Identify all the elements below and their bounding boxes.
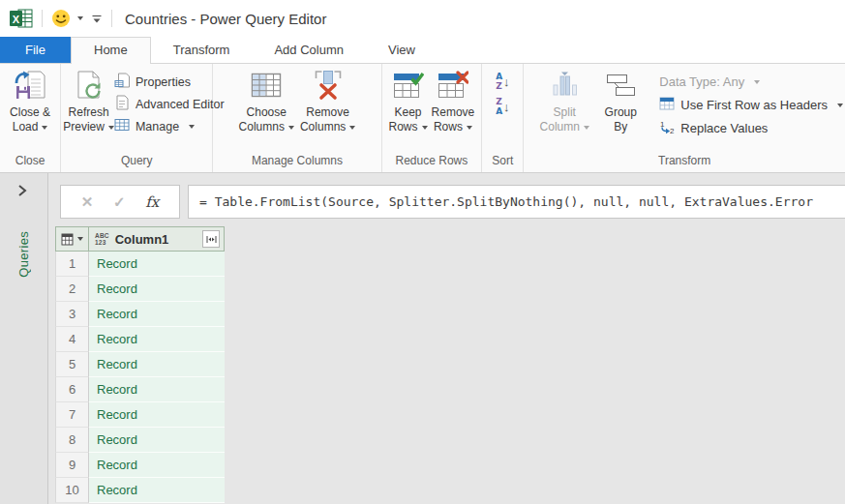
data-type-any-icon: ABC123 [95, 232, 109, 246]
ribbon-group-transform: SplitColumn GroupBy Data Type: Any [524, 64, 845, 172]
divider [111, 10, 112, 27]
excel-app-icon: X [10, 9, 33, 28]
table-row: 10 Record [55, 478, 225, 503]
record-link[interactable]: Record [89, 478, 225, 503]
record-link[interactable]: Record [89, 352, 225, 377]
advanced-editor-button[interactable]: Advanced Editor [114, 96, 225, 112]
tab-home[interactable]: Home [71, 37, 151, 64]
select-all-corner-cell[interactable] [55, 226, 89, 252]
dropdown-caret-icon [288, 126, 294, 130]
sort-za-icon: ZA [496, 98, 502, 116]
dropdown-caret-icon [837, 104, 843, 107]
editor-content: Queries ✕ ✓ fx = Table.FromList(Source, … [0, 173, 845, 504]
row-number[interactable]: 10 [55, 478, 89, 503]
row-number[interactable]: 4 [55, 327, 89, 352]
smiley-icon [51, 9, 71, 28]
queries-pane-collapsed: Queries [0, 173, 48, 504]
replace-values-button[interactable]: 1 2 Replace Values [659, 120, 843, 136]
tab-view[interactable]: View [366, 37, 438, 63]
window-title: Countries - Power Query Editor [125, 11, 326, 27]
ribbon-group-query: RefreshPreview Properties [61, 64, 213, 172]
sort-down-arrow-icon: ↓ [503, 75, 510, 88]
table-header-icon [659, 96, 675, 114]
table-row: 1 Record [55, 252, 225, 277]
close-and-load-button[interactable]: Close &Load [10, 66, 50, 153]
group-label-manage-columns: Manage Columns [213, 153, 380, 172]
table-row: 6 Record [55, 377, 225, 402]
record-link[interactable]: Record [89, 453, 225, 478]
sort-ascending-button[interactable]: AZ ↓ [496, 73, 509, 91]
dropdown-caret-icon [467, 126, 472, 130]
record-link[interactable]: Record [89, 327, 225, 352]
record-link[interactable]: Record [89, 252, 225, 277]
sort-descending-button[interactable]: ZA ↓ [496, 98, 509, 116]
svg-text:1: 1 [660, 120, 665, 129]
sort-az-icon: AZ [496, 73, 502, 91]
table-row: 3 Record [55, 302, 225, 327]
row-number[interactable]: 8 [55, 428, 89, 453]
expand-queries-pane-button[interactable] [17, 184, 27, 201]
ribbon-group-close: Close &Load Close [0, 64, 61, 172]
row-number[interactable]: 9 [55, 453, 89, 478]
toolbar-caret-icon [91, 13, 103, 24]
remove-columns-button[interactable]: RemoveColumns [300, 66, 355, 153]
keep-rows-icon [393, 70, 424, 101]
sort-down-arrow-icon: ↓ [503, 101, 510, 113]
record-link[interactable]: Record [89, 377, 225, 402]
use-first-row-as-headers-button[interactable]: Use First Row as Headers [659, 97, 843, 113]
group-label-reduce-rows: Reduce Rows [382, 153, 482, 172]
properties-button[interactable]: Properties [114, 74, 225, 90]
group-label-sort: Sort [482, 153, 523, 172]
dropdown-caret-icon [349, 126, 355, 130]
formula-input[interactable]: = Table.FromList(Source, Splitter.SplitB… [188, 185, 845, 219]
group-label-query: Query [61, 153, 212, 172]
chevron-right-icon [17, 184, 27, 197]
commit-formula-icon[interactable]: ✓ [113, 193, 126, 211]
table-row: 4 Record [55, 327, 225, 352]
advanced-editor-icon [114, 95, 130, 113]
title-bar: X Countries - Power Query Editor [0, 0, 845, 37]
queries-pane-label[interactable]: Queries [16, 231, 31, 278]
row-number[interactable]: 1 [55, 252, 89, 277]
choose-columns-icon [251, 70, 282, 101]
fx-icon[interactable]: fx [145, 193, 159, 211]
cancel-formula-icon[interactable]: ✕ [81, 193, 94, 211]
row-number[interactable]: 3 [55, 302, 89, 327]
keep-rows-button[interactable]: KeepRows [389, 66, 428, 153]
grid-body: 1 Record 2 Record 3 Record 4 Record 5 Re… [55, 252, 225, 503]
choose-columns-button[interactable]: ChooseColumns [239, 66, 294, 153]
row-number[interactable]: 5 [55, 352, 89, 377]
row-number[interactable]: 2 [55, 277, 89, 302]
smiley-feedback-button[interactable] [51, 9, 83, 28]
group-label-close: Close [0, 153, 60, 172]
divider [42, 10, 43, 27]
ribbon-group-sort: AZ ↓ ZA ↓ Sort [482, 64, 524, 172]
svg-text:X: X [13, 14, 20, 25]
dropdown-caret-icon [584, 126, 589, 130]
refresh-preview-button[interactable]: RefreshPreview [63, 66, 114, 153]
remove-rows-button[interactable]: RemoveRows [432, 66, 475, 153]
record-link[interactable]: Record [89, 402, 225, 428]
expand-arrows-icon [206, 235, 217, 244]
dropdown-caret-icon [77, 16, 83, 20]
row-number[interactable]: 6 [55, 377, 89, 402]
column-header-column1[interactable]: ABC123 Column1 [89, 226, 225, 252]
remove-columns-icon [313, 70, 344, 101]
tab-transform[interactable]: Transform [151, 37, 253, 63]
split-column-button[interactable]: SplitColumn [533, 66, 595, 153]
data-type-dropdown[interactable]: Data Type: Any [659, 74, 843, 90]
replace-values-icon: 1 2 [659, 119, 675, 137]
customize-toolbar-button[interactable] [91, 13, 103, 24]
dropdown-caret-icon [77, 237, 83, 241]
row-number[interactable]: 7 [55, 402, 89, 428]
expand-column-button[interactable] [202, 230, 220, 248]
record-link[interactable]: Record [89, 428, 225, 453]
tab-add-column[interactable]: Add Column [252, 37, 366, 63]
dropdown-caret-icon [754, 80, 760, 84]
group-by-button[interactable]: GroupBy [595, 66, 646, 153]
record-link[interactable]: Record [89, 302, 225, 327]
table-row: 7 Record [55, 402, 225, 428]
record-link[interactable]: Record [89, 277, 225, 302]
manage-button[interactable]: Manage [114, 118, 225, 134]
tab-file[interactable]: File [0, 37, 71, 63]
